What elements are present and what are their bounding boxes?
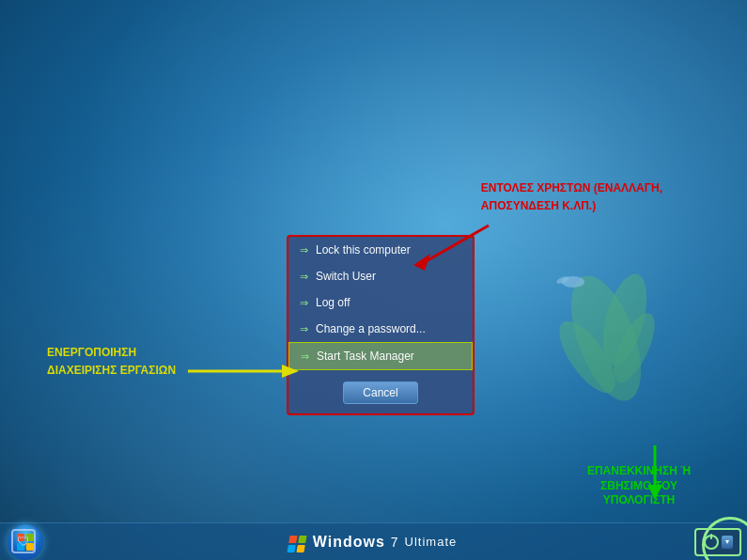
svg-marker-9 <box>282 365 299 378</box>
shield-icon: 🛡 <box>17 534 30 549</box>
taskbar-middle: Windows 7 Ultimate <box>51 533 694 552</box>
lock-icon: ⇒ <box>300 244 308 257</box>
windows-branding: Windows 7 Ultimate <box>51 533 694 552</box>
switch-user-icon: ⇒ <box>300 271 308 283</box>
change-password-item[interactable]: ⇒ Change a password... <box>288 316 473 342</box>
power-button[interactable]: ▾ <box>694 528 741 556</box>
start-task-manager-item[interactable]: ⇒ Start Task Manager <box>288 342 473 370</box>
windows-edition-text: Ultimate <box>405 535 458 549</box>
windows-logo-small <box>288 533 307 552</box>
svg-marker-7 <box>413 254 430 271</box>
task-manager-icon: ⇒ <box>301 350 309 363</box>
log-off-icon: ⇒ <box>300 297 308 309</box>
change-password-icon: ⇒ <box>300 323 308 335</box>
green-arrow <box>636 445 674 502</box>
log-off-item[interactable]: ⇒ Log off <box>288 289 473 316</box>
cancel-button[interactable]: Cancel <box>343 381 417 404</box>
svg-line-6 <box>423 226 489 263</box>
plant-decoration <box>540 244 672 432</box>
svg-marker-11 <box>647 485 662 500</box>
red-arrow <box>395 216 507 272</box>
taskbar: Windows 7 Ultimate ▾ <box>0 522 747 560</box>
windows-version-text: 7 <box>391 535 399 550</box>
cancel-button-area: Cancel <box>288 372 473 413</box>
power-icon <box>704 535 719 550</box>
yellow-arrow <box>188 362 301 381</box>
windows-brand-text: Windows <box>313 534 385 551</box>
arrow-down-icon: ▾ <box>722 536 733 549</box>
security-icon-button[interactable]: 🛡 <box>11 529 36 553</box>
taskbar-right: ▾ <box>694 528 747 556</box>
